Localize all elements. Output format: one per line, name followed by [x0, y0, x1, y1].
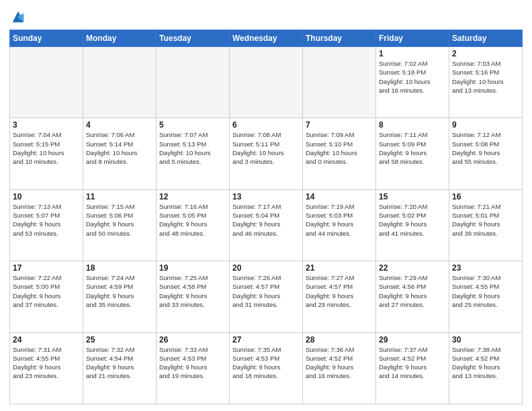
calendar-day-30: 30Sunrise: 7:38 AM Sunset: 4:52 PM Dayli…: [449, 332, 523, 404]
day-info: Sunrise: 7:07 AM Sunset: 5:13 PM Dayligh…: [159, 130, 226, 166]
day-info: Sunrise: 7:36 AM Sunset: 4:52 PM Dayligh…: [306, 345, 373, 381]
day-number: 25: [86, 335, 153, 345]
day-number: 10: [13, 192, 80, 201]
calendar-day-10: 10Sunrise: 7:13 AM Sunset: 5:07 PM Dayli…: [10, 189, 83, 261]
day-info: Sunrise: 7:24 AM Sunset: 4:59 PM Dayligh…: [86, 273, 153, 309]
calendar-day-23: 23Sunrise: 7:30 AM Sunset: 4:55 PM Dayli…: [449, 261, 523, 332]
calendar-day-27: 27Sunrise: 7:35 AM Sunset: 4:53 PM Dayli…: [230, 332, 303, 404]
day-number: 5: [159, 120, 226, 130]
calendar-day-8: 8Sunrise: 7:11 AM Sunset: 5:09 PM Daylig…: [376, 118, 449, 189]
day-number: 8: [379, 120, 446, 130]
logo-icon: [11, 9, 26, 24]
calendar-day-12: 12Sunrise: 7:16 AM Sunset: 5:05 PM Dayli…: [157, 189, 230, 261]
calendar-weekday-thursday: Thursday: [303, 30, 376, 47]
day-number: 28: [306, 335, 373, 345]
day-info: Sunrise: 7:25 AM Sunset: 4:58 PM Dayligh…: [159, 273, 226, 309]
calendar-weekday-friday: Friday: [376, 30, 449, 47]
calendar-empty-cell: [10, 47, 83, 118]
day-info: Sunrise: 7:06 AM Sunset: 5:14 PM Dayligh…: [86, 130, 153, 166]
day-number: 4: [86, 120, 153, 130]
day-number: 11: [86, 192, 153, 201]
calendar-week-3: 10Sunrise: 7:13 AM Sunset: 5:07 PM Dayli…: [10, 189, 523, 261]
calendar-day-11: 11Sunrise: 7:15 AM Sunset: 5:06 PM Dayli…: [83, 189, 157, 261]
calendar-week-2: 3Sunrise: 7:04 AM Sunset: 5:15 PM Daylig…: [10, 118, 523, 189]
calendar-day-29: 29Sunrise: 7:37 AM Sunset: 4:52 PM Dayli…: [376, 332, 449, 404]
calendar-week-4: 17Sunrise: 7:22 AM Sunset: 5:00 PM Dayli…: [10, 261, 523, 332]
calendar-empty-cell: [230, 47, 303, 118]
calendar-week-5: 24Sunrise: 7:31 AM Sunset: 4:55 PM Dayli…: [10, 332, 523, 404]
calendar-day-21: 21Sunrise: 7:27 AM Sunset: 4:57 PM Dayli…: [303, 261, 376, 332]
calendar-weekday-tuesday: Tuesday: [157, 30, 230, 47]
calendar-day-9: 9Sunrise: 7:12 AM Sunset: 5:08 PM Daylig…: [449, 118, 523, 189]
calendar-day-28: 28Sunrise: 7:36 AM Sunset: 4:52 PM Dayli…: [303, 332, 376, 404]
calendar-header-row: SundayMondayTuesdayWednesdayThursdayFrid…: [10, 30, 523, 47]
day-number: 19: [159, 263, 226, 273]
calendar-day-13: 13Sunrise: 7:17 AM Sunset: 5:04 PM Dayli…: [230, 189, 303, 261]
day-number: 30: [452, 335, 519, 345]
day-number: 12: [159, 192, 226, 201]
day-info: Sunrise: 7:13 AM Sunset: 5:07 PM Dayligh…: [13, 202, 80, 238]
day-number: 1: [379, 49, 446, 58]
day-number: 21: [306, 263, 373, 273]
calendar-weekday-monday: Monday: [83, 30, 157, 47]
day-number: 20: [232, 263, 300, 273]
day-info: Sunrise: 7:26 AM Sunset: 4:57 PM Dayligh…: [232, 273, 300, 309]
day-number: 15: [379, 192, 446, 201]
day-info: Sunrise: 7:03 AM Sunset: 5:16 PM Dayligh…: [452, 59, 519, 95]
day-info: Sunrise: 7:17 AM Sunset: 5:04 PM Dayligh…: [232, 202, 300, 238]
day-info: Sunrise: 7:37 AM Sunset: 4:52 PM Dayligh…: [379, 345, 446, 381]
day-info: Sunrise: 7:16 AM Sunset: 5:05 PM Dayligh…: [159, 202, 226, 238]
day-number: 29: [379, 335, 446, 345]
logo: [9, 9, 26, 24]
day-info: Sunrise: 7:12 AM Sunset: 5:08 PM Dayligh…: [452, 130, 519, 166]
calendar-weekday-wednesday: Wednesday: [230, 30, 303, 47]
calendar-weekday-saturday: Saturday: [449, 30, 523, 47]
day-number: 2: [452, 49, 519, 58]
calendar-week-1: 1Sunrise: 7:02 AM Sunset: 5:18 PM Daylig…: [10, 47, 523, 118]
calendar-empty-cell: [83, 47, 157, 118]
day-info: Sunrise: 7:09 AM Sunset: 5:10 PM Dayligh…: [306, 130, 373, 166]
calendar-day-1: 1Sunrise: 7:02 AM Sunset: 5:18 PM Daylig…: [376, 47, 449, 118]
day-number: 13: [232, 192, 300, 201]
day-number: 9: [452, 120, 519, 130]
calendar-day-19: 19Sunrise: 7:25 AM Sunset: 4:58 PM Dayli…: [157, 261, 230, 332]
calendar-day-2: 2Sunrise: 7:03 AM Sunset: 5:16 PM Daylig…: [449, 47, 523, 118]
calendar-day-22: 22Sunrise: 7:29 AM Sunset: 4:56 PM Dayli…: [376, 261, 449, 332]
day-number: 24: [13, 335, 80, 345]
calendar-day-3: 3Sunrise: 7:04 AM Sunset: 5:15 PM Daylig…: [10, 118, 83, 189]
day-number: 22: [379, 263, 446, 273]
calendar-day-17: 17Sunrise: 7:22 AM Sunset: 5:00 PM Dayli…: [10, 261, 83, 332]
day-info: Sunrise: 7:33 AM Sunset: 4:53 PM Dayligh…: [159, 345, 226, 381]
day-info: Sunrise: 7:20 AM Sunset: 5:02 PM Dayligh…: [379, 202, 446, 238]
calendar-day-5: 5Sunrise: 7:07 AM Sunset: 5:13 PM Daylig…: [157, 118, 230, 189]
calendar-day-24: 24Sunrise: 7:31 AM Sunset: 4:55 PM Dayli…: [10, 332, 83, 404]
calendar-day-15: 15Sunrise: 7:20 AM Sunset: 5:02 PM Dayli…: [376, 189, 449, 261]
day-info: Sunrise: 7:32 AM Sunset: 4:54 PM Dayligh…: [86, 345, 153, 381]
calendar-day-25: 25Sunrise: 7:32 AM Sunset: 4:54 PM Dayli…: [83, 332, 157, 404]
day-number: 16: [452, 192, 519, 201]
calendar-day-7: 7Sunrise: 7:09 AM Sunset: 5:10 PM Daylig…: [303, 118, 376, 189]
day-number: 14: [306, 192, 373, 201]
day-number: 26: [159, 335, 226, 345]
calendar-empty-cell: [157, 47, 230, 118]
day-info: Sunrise: 7:11 AM Sunset: 5:09 PM Dayligh…: [379, 130, 446, 166]
day-number: 23: [452, 263, 519, 273]
day-number: 18: [86, 263, 153, 273]
day-info: Sunrise: 7:29 AM Sunset: 4:56 PM Dayligh…: [379, 273, 446, 309]
calendar-day-4: 4Sunrise: 7:06 AM Sunset: 5:14 PM Daylig…: [83, 118, 157, 189]
day-info: Sunrise: 7:15 AM Sunset: 5:06 PM Dayligh…: [86, 202, 153, 238]
day-number: 7: [306, 120, 373, 130]
day-info: Sunrise: 7:08 AM Sunset: 5:11 PM Dayligh…: [232, 130, 300, 166]
day-info: Sunrise: 7:21 AM Sunset: 5:01 PM Dayligh…: [452, 202, 519, 238]
calendar-day-16: 16Sunrise: 7:21 AM Sunset: 5:01 PM Dayli…: [449, 189, 523, 261]
day-info: Sunrise: 7:04 AM Sunset: 5:15 PM Dayligh…: [13, 130, 80, 166]
calendar-weekday-sunday: Sunday: [10, 30, 83, 47]
calendar-empty-cell: [303, 47, 376, 118]
calendar-day-18: 18Sunrise: 7:24 AM Sunset: 4:59 PM Dayli…: [83, 261, 157, 332]
day-number: 6: [232, 120, 300, 130]
day-info: Sunrise: 7:22 AM Sunset: 5:00 PM Dayligh…: [13, 273, 80, 309]
day-info: Sunrise: 7:02 AM Sunset: 5:18 PM Dayligh…: [379, 59, 446, 95]
calendar-day-6: 6Sunrise: 7:08 AM Sunset: 5:11 PM Daylig…: [230, 118, 303, 189]
calendar-table: SundayMondayTuesdayWednesdayThursdayFrid…: [9, 30, 523, 404]
day-number: 27: [232, 335, 300, 345]
